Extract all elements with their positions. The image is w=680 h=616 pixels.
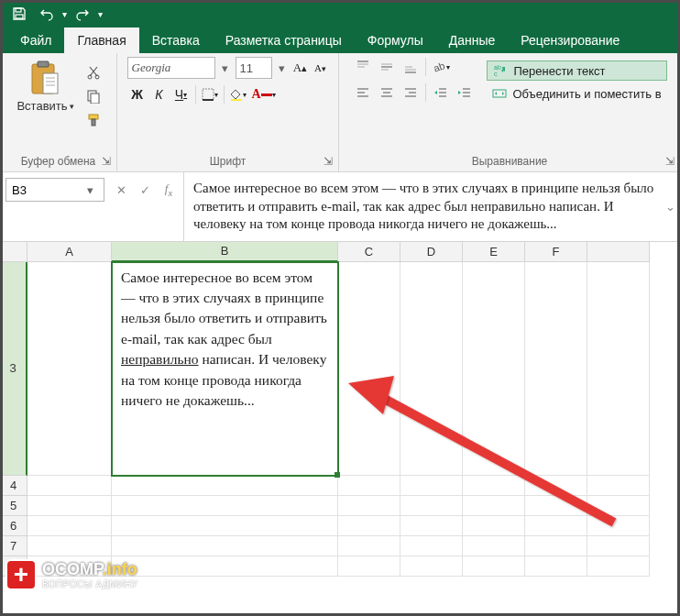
cell-f5[interactable]	[525, 496, 587, 516]
cell-g5[interactable]	[587, 496, 650, 516]
cell-e5[interactable]	[463, 496, 525, 516]
cell-e6[interactable]	[463, 516, 525, 536]
cell-c3[interactable]	[338, 262, 400, 476]
cell-c6[interactable]	[338, 516, 400, 536]
tab-home[interactable]: Главная	[64, 28, 138, 53]
italic-button[interactable]: К	[149, 84, 170, 104]
align-right-button[interactable]	[400, 82, 422, 103]
wrap-text-button[interactable]: abc Перенести текст	[487, 60, 666, 81]
increase-indent-button[interactable]	[454, 82, 476, 103]
cell-f7[interactable]	[525, 536, 587, 556]
cell-g6[interactable]	[587, 516, 650, 536]
select-all-corner[interactable]	[0, 242, 27, 262]
tab-file[interactable]: Файл	[7, 28, 64, 53]
cell-a4[interactable]	[27, 476, 112, 496]
cell-f3[interactable]	[525, 262, 587, 476]
cell-c4[interactable]	[338, 476, 400, 496]
copy-button[interactable]	[83, 86, 104, 106]
expand-formula-bar-button[interactable]: ⌄	[665, 200, 680, 214]
row-header-5[interactable]: 5	[0, 496, 27, 516]
font-name-caret[interactable]: ▾	[219, 61, 232, 75]
row-header-3[interactable]: 3	[0, 262, 27, 476]
row-header-6[interactable]: 6	[0, 516, 27, 536]
align-center-button[interactable]	[376, 82, 398, 103]
cell-e3[interactable]	[463, 262, 525, 476]
merge-center-button[interactable]: Объединить и поместить в	[487, 84, 666, 103]
paste-button[interactable]: Вставить ▾	[13, 57, 77, 116]
row-header-7[interactable]: 7	[0, 536, 27, 556]
align-bottom-button[interactable]	[400, 57, 422, 77]
cell-d3[interactable]	[400, 262, 463, 476]
accept-formula-button[interactable]: ✓	[134, 179, 156, 201]
underline-button[interactable]: Ч ▾	[171, 84, 192, 104]
font-size-box[interactable]: 11	[236, 57, 272, 79]
col-header-f[interactable]: F	[525, 242, 587, 262]
cell-f4[interactable]	[525, 476, 587, 496]
insert-function-button[interactable]: fx	[158, 179, 180, 201]
font-name-box[interactable]: Georgia	[127, 57, 215, 79]
cell-g4[interactable]	[587, 476, 650, 496]
cell-d5[interactable]	[400, 496, 463, 516]
cell-f8[interactable]	[525, 556, 587, 577]
decrease-indent-button[interactable]	[430, 82, 452, 103]
col-header-b[interactable]: B	[112, 242, 338, 262]
cell-g3[interactable]	[587, 262, 650, 476]
decrease-font-button[interactable]: A▾	[313, 60, 329, 76]
cell-a5[interactable]	[27, 496, 112, 516]
cell-e4[interactable]	[463, 476, 525, 496]
row-header-4[interactable]: 4	[0, 476, 27, 496]
col-header-a[interactable]: A	[27, 242, 112, 262]
undo-button[interactable]	[35, 3, 59, 25]
tab-formulas[interactable]: Формулы	[355, 28, 436, 53]
alignment-dialog-launcher[interactable]: ⇲	[664, 155, 676, 168]
font-color-button[interactable]: A ▾	[250, 84, 278, 104]
name-box-input[interactable]	[6, 183, 84, 197]
col-header-d[interactable]: D	[400, 242, 463, 262]
cell-g7[interactable]	[587, 536, 650, 556]
cancel-formula-button[interactable]: ✕	[110, 179, 132, 201]
cell-b5[interactable]	[112, 496, 338, 516]
cell-b4[interactable]	[112, 476, 338, 496]
col-header-e[interactable]: E	[463, 242, 525, 262]
name-box-caret[interactable]: ▾	[84, 183, 97, 197]
cell-d7[interactable]	[400, 536, 463, 556]
save-button[interactable]	[7, 3, 31, 25]
font-size-caret[interactable]: ▾	[276, 61, 289, 75]
align-middle-button[interactable]	[376, 57, 398, 77]
qat-customize-caret[interactable]: ▾	[98, 9, 103, 19]
bold-button[interactable]: Ж	[127, 84, 148, 104]
tab-layout[interactable]: Разметка страницы	[213, 28, 355, 53]
undo-caret[interactable]: ▾	[62, 9, 67, 19]
align-left-button[interactable]	[352, 82, 374, 103]
cell-b3[interactable]: Самое интересное во всем этом — что в эт…	[112, 262, 338, 476]
tab-insert[interactable]: Вставка	[139, 28, 213, 53]
col-header-g[interactable]	[587, 242, 650, 262]
col-header-c[interactable]: C	[338, 242, 400, 262]
cell-d8[interactable]	[400, 556, 463, 577]
cell-e8[interactable]	[463, 556, 525, 577]
fill-color-button[interactable]: ▾	[228, 84, 248, 104]
fill-handle[interactable]	[335, 472, 340, 478]
cut-button[interactable]	[83, 62, 104, 82]
clipboard-dialog-launcher[interactable]: ⇲	[100, 155, 113, 168]
tab-review[interactable]: Рецензирование	[508, 28, 632, 53]
font-dialog-launcher[interactable]: ⇲	[322, 155, 335, 168]
format-painter-button[interactable]	[83, 110, 104, 130]
cell-d4[interactable]	[400, 476, 463, 496]
redo-button[interactable]	[71, 3, 94, 25]
cell-b7[interactable]	[112, 536, 338, 556]
cell-a7[interactable]	[27, 536, 112, 556]
cell-c8[interactable]	[338, 556, 400, 577]
cell-a3[interactable]	[27, 262, 112, 476]
align-top-button[interactable]	[352, 57, 374, 77]
name-box[interactable]: ▾	[5, 178, 104, 202]
cell-d6[interactable]	[400, 516, 463, 536]
border-button[interactable]: ▾	[200, 84, 220, 104]
cell-b8[interactable]	[112, 556, 338, 577]
tab-data[interactable]: Данные	[436, 28, 509, 53]
cell-a6[interactable]	[27, 516, 112, 536]
cell-c5[interactable]	[338, 496, 400, 516]
formula-bar-text[interactable]: Самое интересное во всем этом — что в эт…	[183, 172, 665, 241]
cell-g8[interactable]	[587, 556, 650, 577]
cell-c7[interactable]	[338, 536, 400, 556]
